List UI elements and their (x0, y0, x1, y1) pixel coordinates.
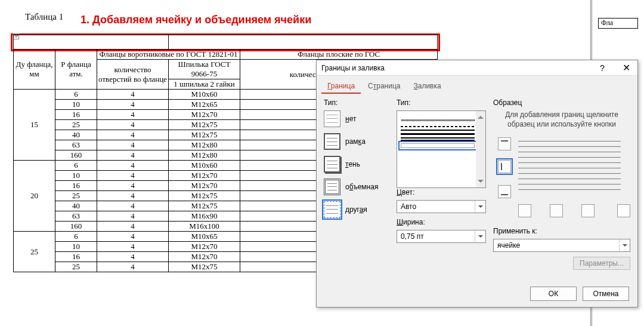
cell[interactable]: М12x70 (169, 181, 240, 191)
cell[interactable]: М10x65 (169, 232, 240, 242)
cell[interactable]: 16 (55, 110, 97, 120)
applyto-label: Применить к: (493, 227, 630, 235)
sample-label: Образец (493, 99, 630, 107)
color-combo[interactable]: Авто (397, 200, 486, 213)
cell[interactable]: 4 (97, 181, 169, 191)
header-sh: Шпилька ГОСТ 9066-75 (169, 60, 240, 79)
cell[interactable]: М10x60 (169, 90, 240, 100)
cell[interactable]: 4 (97, 191, 169, 201)
cell[interactable]: 6 (55, 161, 97, 171)
cell[interactable]: М16x90 (169, 211, 240, 222)
cell-du[interactable]: 20 (14, 161, 55, 232)
border-preview[interactable] (493, 135, 630, 201)
cell[interactable]: 4 (97, 201, 169, 211)
preset-volume[interactable]: объемная (324, 179, 389, 195)
header-qty1: количество отверстий во фланце (97, 60, 169, 90)
cell[interactable]: М12x70 (169, 171, 240, 181)
cell[interactable]: 4 (97, 100, 169, 110)
cell[interactable]: 16 (55, 252, 97, 262)
cell[interactable]: 25 (55, 120, 97, 130)
edge-diag1-button[interactable] (518, 204, 531, 217)
cell[interactable]: 40 (55, 130, 97, 140)
header-group2: Фланцы плоские по ГОС (240, 50, 438, 60)
applyto-combo[interactable]: ячейке (493, 239, 630, 252)
cell[interactable]: 10 (55, 171, 97, 181)
linetype-column: Тип: Цвет: Авто Ширина: 0,75 пт (397, 99, 486, 274)
tab-border[interactable]: Граница (321, 79, 361, 94)
cell[interactable]: 4 (97, 161, 169, 171)
cell[interactable]: 63 (55, 140, 97, 150)
cell[interactable]: М12x80 (169, 150, 240, 161)
cell[interactable]: 40 (55, 201, 97, 211)
cell[interactable]: М12x70 (169, 252, 240, 262)
tab-page[interactable]: Страница (362, 79, 406, 94)
preset-shadow[interactable]: тень (324, 156, 389, 173)
cell[interactable]: 4 (97, 211, 169, 222)
linetype-label: Тип: (397, 99, 486, 107)
ok-button[interactable]: ОК (530, 287, 577, 301)
cell[interactable]: 4 (97, 120, 169, 130)
cell[interactable]: М12x75 (169, 130, 240, 140)
preset-none[interactable]: нет (324, 110, 389, 127)
cell[interactable]: М10x60 (169, 161, 240, 171)
parameters-button: Параметры... (573, 257, 630, 270)
preset-frame[interactable]: рамка (324, 133, 389, 150)
edge-top-button[interactable] (498, 137, 511, 150)
edge-bottom-button[interactable] (498, 185, 511, 198)
cell[interactable]: 4 (97, 150, 169, 161)
cell[interactable]: М12x75 (169, 191, 240, 201)
header-group1: Фланцы воротниковые по ГОСТ 12821-01 (97, 50, 240, 60)
dialog-close-button[interactable]: ✕ (615, 60, 637, 76)
line-style-list[interactable] (397, 110, 486, 188)
dialog-help-button[interactable]: ? (591, 60, 614, 76)
cancel-button[interactable]: Отмена (583, 287, 629, 301)
cell[interactable]: М12x75 (169, 262, 240, 272)
color-label: Цвет: (397, 188, 486, 196)
cell[interactable]: 25 (55, 262, 97, 272)
cell[interactable]: 4 (97, 262, 169, 272)
cell[interactable]: 160 (55, 150, 97, 161)
cell[interactable]: 4 (97, 90, 169, 100)
cell[interactable]: М12x75 (169, 120, 240, 130)
cell[interactable]: 16 (55, 181, 97, 191)
cell[interactable]: 4 (97, 130, 169, 140)
cell[interactable]: 4 (97, 110, 169, 120)
cell[interactable]: 4 (97, 140, 169, 150)
cell[interactable]: 4 (97, 232, 169, 242)
cell[interactable]: 6 (55, 90, 97, 100)
cell[interactable]: 4 (97, 252, 169, 262)
cell[interactable]: 10 (55, 100, 97, 110)
edge-diag2-button[interactable] (581, 204, 595, 217)
cell[interactable]: 4 (97, 171, 169, 181)
edge-left-button[interactable] (498, 160, 511, 173)
cell[interactable]: М12x75 (169, 201, 240, 211)
cell-du[interactable]: 25 (14, 232, 55, 272)
edge-right-button[interactable] (617, 204, 630, 217)
cell[interactable]: 4 (97, 222, 169, 232)
cell[interactable]: М12x80 (169, 140, 240, 150)
width-label: Ширина: (397, 218, 486, 226)
cell[interactable]: М12x65 (169, 100, 240, 110)
cell[interactable]: М16x100 (169, 222, 240, 232)
sample-hint: Для добавления границ щелкните образец и… (496, 110, 628, 129)
cell[interactable]: 10 (55, 242, 97, 252)
cell-du[interactable]: 15 (14, 90, 55, 161)
tab-fill[interactable]: Заливка (407, 79, 447, 94)
borders-fill-dialog: Границы и заливка ? ✕ 2. Задаем для нее … (316, 60, 638, 307)
width-combo[interactable]: 0,75 пт (397, 230, 486, 243)
cell[interactable]: 6 (55, 232, 97, 242)
cell[interactable]: 160 (55, 222, 97, 232)
sample-column: Образец Для добавления границ щелкните о… (493, 99, 630, 274)
line-style-scrollbar[interactable] (476, 111, 485, 187)
cell[interactable]: М12x70 (169, 242, 240, 252)
header-p: Р фланца атм. (55, 50, 97, 90)
dialog-title-text: Границы и заливка (321, 64, 385, 72)
cell[interactable]: М12x70 (169, 110, 240, 120)
cell[interactable]: 63 (55, 211, 97, 222)
header-sh2: 1 шпилька 2 гайки (169, 79, 240, 90)
preset-other[interactable]: другая (324, 201, 389, 218)
edge-midv-button[interactable] (550, 204, 563, 217)
cell[interactable]: 4 (97, 242, 169, 252)
cell[interactable]: 25 (55, 191, 97, 201)
dialog-titlebar[interactable]: Границы и заливка ? ✕ (317, 60, 637, 76)
